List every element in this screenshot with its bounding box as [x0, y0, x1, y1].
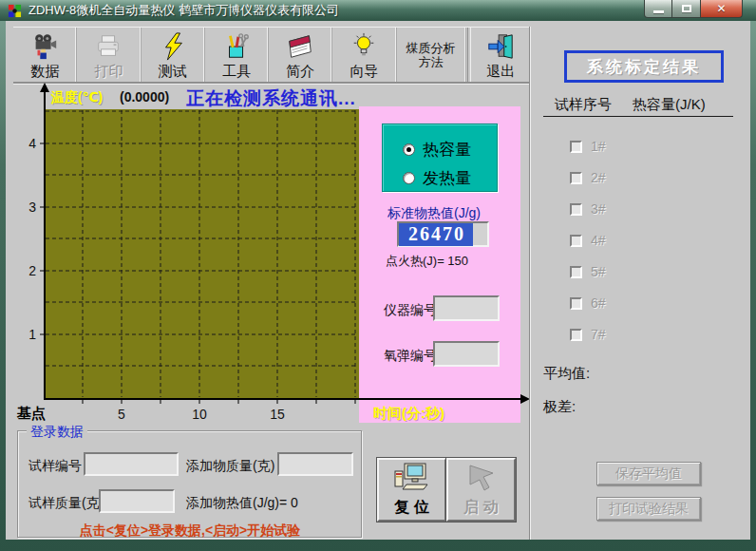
- column-header-capacity: 热容量(J/K): [633, 96, 706, 114]
- mode-option-label: 热容量: [423, 139, 471, 161]
- minimize-button[interactable]: [644, 0, 672, 18]
- sample-checkbox-5[interactable]: 5#: [570, 264, 606, 279]
- mode-option-calorific-value[interactable]: 发热量: [403, 167, 471, 189]
- chart-origin-label: 基点: [17, 405, 46, 423]
- maximize-button[interactable]: [672, 0, 700, 18]
- maximize-icon: [682, 5, 691, 12]
- chart-y-axis-label: 温度(℃): [51, 89, 103, 106]
- sample-checkbox-4[interactable]: 4#: [570, 233, 606, 248]
- sample-label: 1#: [591, 139, 606, 154]
- close-icon: ✕: [716, 2, 726, 15]
- sample-label: 6#: [591, 295, 606, 311]
- toolbar-divider: [13, 83, 530, 85]
- toolbar-button-exit[interactable]: 退出: [472, 28, 530, 82]
- toolbar-separator: [467, 28, 471, 82]
- print-results-button[interactable]: 打印试验结果: [596, 497, 701, 521]
- checkbox-icon: [570, 266, 582, 278]
- print-results-label: 打印试验结果: [609, 501, 689, 518]
- y-tick-2: 2: [23, 263, 36, 278]
- additive-heat-label: 添加物热值(J/g)= 0: [186, 495, 298, 512]
- toolbar-button-tools[interactable]: 工具: [205, 28, 269, 82]
- sample-checkbox-7[interactable]: 7#: [570, 327, 606, 342]
- mode-option-label: 发热量: [423, 167, 471, 189]
- mode-option-heat-capacity[interactable]: 热容量: [403, 139, 471, 161]
- reset-label: 复 位: [394, 498, 428, 518]
- toolbar-button-data[interactable]: 数据: [13, 28, 77, 82]
- sample-checkbox-6[interactable]: 6#: [570, 295, 606, 311]
- sample-label: 3#: [591, 201, 606, 217]
- login-group-title: 登录数据: [27, 424, 87, 441]
- sample-no-input[interactable]: [84, 452, 179, 476]
- sidebar-title: 系统标定结果: [587, 56, 701, 78]
- y-tick-3: 3: [23, 200, 36, 215]
- sample-checkbox-1[interactable]: 1#: [570, 139, 606, 154]
- printer-icon: [94, 30, 123, 63]
- bomb-no-label: 氧弹编号: [384, 348, 437, 365]
- ignition-heat-label: 点火热(J)= 150: [386, 253, 468, 270]
- operation-hint: 点击<复位>登录数据,<启动>开始试验: [19, 522, 361, 540]
- minimize-icon: [653, 10, 664, 13]
- checkbox-icon: [570, 141, 582, 153]
- exit-door-icon: [486, 30, 515, 63]
- sample-label: 5#: [591, 264, 606, 279]
- y-tick-1: 1: [23, 327, 36, 342]
- close-button[interactable]: ✕: [700, 0, 743, 18]
- reset-button[interactable]: 复 位: [377, 458, 446, 522]
- save-average-label: 保存平均值: [615, 466, 682, 483]
- checkbox-icon: [570, 297, 582, 310]
- chart-x-axis-label: 时间(分:秒): [373, 405, 444, 423]
- bomb-no-input[interactable]: [433, 341, 500, 367]
- y-tick-4: 4: [23, 136, 36, 151]
- start-button[interactable]: 启 动: [446, 458, 516, 522]
- caption-buttons: ✕: [644, 0, 743, 18]
- sample-no-label: 试样编号: [28, 458, 82, 475]
- sample-label: 4#: [591, 233, 606, 248]
- x-tick-5: 5: [110, 407, 133, 422]
- chart-current-value: (0.0000): [120, 89, 169, 104]
- range-label: 极差:: [543, 398, 576, 416]
- x-tick-10: 10: [188, 407, 211, 422]
- standard-heat-input[interactable]: 26470: [397, 221, 489, 247]
- sample-mass-input[interactable]: [99, 489, 175, 513]
- computer-icon: [393, 462, 431, 496]
- start-label: 启 动: [463, 498, 498, 518]
- status-message: 正在检测系统通讯...: [186, 86, 356, 111]
- checkbox-icon: [570, 172, 582, 184]
- toolbar-button-coal-analysis[interactable]: 煤质分析 方法: [397, 28, 466, 82]
- sample-checkbox-3[interactable]: 3#: [570, 201, 606, 217]
- toolbar-label: 向导: [350, 63, 378, 79]
- toolbar-button-test[interactable]: 测试: [142, 28, 205, 82]
- toolbar: 数据 打印 测试: [13, 27, 530, 83]
- tools-icon: [222, 30, 251, 63]
- sidebar-title-box: 系统标定结果: [564, 50, 724, 83]
- header-underline: [543, 116, 733, 117]
- radio-selected-icon: [403, 143, 415, 156]
- x-tick-15: 15: [266, 407, 289, 422]
- cursor-arrow-icon: [463, 462, 501, 496]
- sample-label: 2#: [591, 170, 606, 185]
- toolbar-button-intro[interactable]: 简介: [269, 28, 332, 82]
- instrument-no-input[interactable]: [433, 295, 500, 321]
- column-header-sample: 试样序号: [555, 96, 612, 114]
- checkbox-icon: [570, 203, 582, 216]
- app-icon: [8, 4, 22, 18]
- sidebar-divider: [529, 27, 531, 540]
- toolbar-label: 简介: [286, 63, 314, 79]
- toolbar-label: 测试: [159, 63, 187, 79]
- sample-checkbox-2[interactable]: 2#: [570, 170, 606, 185]
- instrument-no-label: 仪器编号: [384, 302, 437, 319]
- window-title: ZDHW-8微机全自动量热仪 鹤壁市万博仪器仪表有限公司: [28, 2, 339, 19]
- chart-plot-area: [45, 109, 359, 399]
- standard-heat-label: 标准物热值(J/g): [387, 205, 481, 222]
- notebook-icon: [286, 30, 314, 63]
- radio-unselected-icon: [403, 172, 415, 184]
- save-average-button[interactable]: 保存平均值: [596, 462, 701, 485]
- additive-mass-input[interactable]: [277, 452, 353, 476]
- toolbar-button-print[interactable]: 打印: [77, 28, 141, 82]
- lightning-icon: [159, 30, 187, 63]
- toolbar-label: 打印: [94, 63, 123, 79]
- bulb-icon: [350, 30, 378, 63]
- additive-mass-label: 添加物质量(克): [186, 458, 274, 475]
- toolbar-button-wizard[interactable]: 向导: [332, 28, 396, 82]
- sample-mass-label: 试样质量(克): [28, 495, 104, 512]
